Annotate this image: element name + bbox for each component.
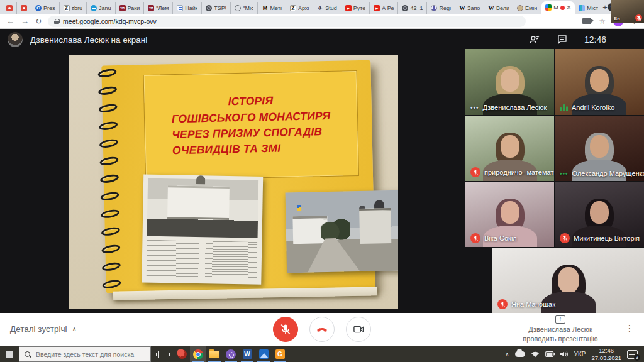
notebook-spiral — [97, 69, 123, 288]
language-indicator[interactable]: УКР — [574, 351, 586, 358]
browser-tab-21[interactable]: Міст — [575, 2, 602, 14]
address-bar[interactable]: meet.google.com/kdq-mvcp-ovv — [48, 16, 526, 27]
windows-logo-icon — [6, 351, 13, 358]
photos-icon — [259, 349, 269, 359]
participant-face — [590, 201, 609, 224]
battery-icon[interactable] — [545, 351, 555, 357]
browser-tab-bar: PreszbruJanuРаки"ЛемНайкTSPU"МісМетіАрхі… — [0, 0, 644, 14]
taskbar-app-photos[interactable] — [255, 346, 272, 362]
file-explorer-icon — [209, 351, 219, 358]
browser-tab-10[interactable]: Меті — [258, 2, 286, 14]
pin-favicon-icon — [6, 5, 13, 11]
browser-tab-17[interactable]: Запо — [455, 2, 484, 14]
participant-name-bar: Віка Сокіл — [470, 233, 517, 243]
tab-close-icon[interactable]: ✕ — [567, 4, 572, 11]
c-favicon-icon — [35, 5, 42, 11]
taskbar-app-viber[interactable] — [223, 346, 239, 362]
person-favicon-icon — [431, 5, 437, 11]
presenter-banner: Дзвенислава Лесюк на екрані — [30, 35, 147, 45]
bookmark-star-icon[interactable]: ☆ — [599, 17, 606, 26]
taskbar-app-ccleaner[interactable] — [174, 346, 190, 362]
participant-tile-4[interactable]: Віка Сокіл — [465, 182, 554, 247]
task-view-icon[interactable] — [158, 351, 167, 358]
tab-label: Вели — [496, 5, 509, 11]
new-tab-button[interactable]: + — [602, 2, 608, 14]
mic-toggle-button[interactable] — [273, 317, 298, 342]
monastery-photo — [286, 190, 398, 273]
browser-tab-20[interactable]: М✕ — [541, 1, 575, 14]
meeting-details-button[interactable]: Деталі зустрічі ∧ — [10, 324, 77, 334]
taskbar-app-chrome[interactable] — [190, 346, 206, 362]
participant-tile-0[interactable]: •••Дзвенислава Лесюк — [465, 49, 554, 115]
mic-muted-icon — [560, 233, 570, 243]
participant-tile-1[interactable]: Andrii Korolko — [555, 49, 644, 115]
browser-tab-2[interactable]: Pres — [31, 2, 60, 14]
browser-tab-8[interactable]: TSPU — [202, 2, 231, 14]
action-center-icon[interactable]: 3 — [627, 350, 638, 359]
taskbar-search[interactable] — [19, 346, 151, 362]
participant-tile-3[interactable]: •••Олександр Марущенко — [555, 116, 644, 181]
browser-tab-19[interactable]: Емін — [513, 2, 541, 14]
tray-expand-icon[interactable]: ∧ — [505, 351, 509, 358]
meeting-clock: 12:46 — [584, 35, 606, 45]
shared-screen-stage: ІСТОРІЯГОШІВСЬКОГО МОНАСТИРЯЧЕРЕЗ ПРИЗМУ… — [69, 55, 398, 309]
browser-tab-16[interactable]: Regi — [427, 2, 455, 14]
start-button[interactable] — [0, 346, 19, 362]
tab-label: "Лем — [156, 5, 169, 11]
browser-tab-6[interactable]: "Лем — [144, 2, 173, 14]
z-favicon-icon — [290, 5, 296, 11]
presenting-status[interactable]: Дзвенислава Лесюк проводить презентацію — [507, 315, 614, 344]
forward-icon[interactable]: → — [21, 16, 29, 26]
slide-title-card: ІСТОРІЯГОШІВСЬКОГО МОНАСТИРЯЧЕРЕЗ ПРИЗМУ… — [143, 70, 359, 180]
notification-badge: 3 — [634, 354, 640, 361]
tab-label: М — [553, 4, 558, 11]
volume-icon[interactable] — [560, 351, 569, 358]
chart-favicon-icon — [579, 5, 585, 11]
end-call-button[interactable] — [309, 317, 335, 342]
url-text: meet.google.com/kdq-mvcp-ovv — [63, 18, 157, 25]
browser-tab-7[interactable]: Найк — [173, 2, 202, 14]
g-app-icon: G — [275, 349, 285, 359]
browser-tab-18[interactable]: Вели — [484, 2, 513, 14]
participant-name-bar: Andrii Korolko — [560, 104, 614, 111]
participant-tile-6[interactable]: Яна Мачошак — [492, 248, 644, 313]
browser-tab-13[interactable]: Руте — [341, 2, 370, 14]
participant-tile-5[interactable]: Микитинець Вікторія — [555, 182, 644, 247]
mic-muted-icon — [470, 167, 480, 177]
browser-tab-1[interactable] — [17, 2, 31, 14]
camera-toggle-button[interactable] — [346, 317, 371, 342]
ukraine-flag — [297, 205, 301, 211]
participant-name-bar: Микитинець Вікторія — [560, 233, 640, 243]
newspaper-clipping-photo — [142, 175, 263, 285]
chat-icon[interactable] — [557, 34, 568, 45]
browser-tab-0[interactable] — [3, 2, 17, 14]
search-input[interactable] — [36, 351, 143, 358]
browser-tab-12[interactable]: Stud — [313, 2, 341, 14]
participant-tile-2[interactable]: природничо- математичн... — [465, 116, 554, 181]
taskbar-app-word[interactable]: W — [239, 346, 255, 362]
up-favicon-icon — [148, 5, 154, 11]
more-options-icon[interactable]: ⋮ — [625, 323, 634, 333]
participant-name: Дзвенислава Лесюк — [483, 104, 547, 111]
taskbar-clock[interactable]: 12:46 27.03.2021 — [591, 347, 621, 361]
camera-in-use-icon[interactable] — [582, 18, 591, 24]
participants-icon[interactable] — [529, 34, 540, 45]
browser-tab-14[interactable]: А Ре — [370, 2, 398, 14]
reload-icon[interactable]: ↻ — [35, 17, 42, 26]
tab-label: Архі — [298, 5, 309, 11]
browser-tab-9[interactable]: "Міс — [231, 2, 258, 14]
wifi-icon[interactable] — [531, 351, 540, 358]
browser-tab-4[interactable]: Janu — [87, 2, 116, 14]
back-icon[interactable]: ← — [6, 16, 14, 26]
onedrive-cloud-icon[interactable] — [515, 351, 525, 357]
self-view-tile[interactable]: Ви — [611, 0, 644, 23]
browser-tab-15[interactable]: 42_1 — [398, 2, 427, 14]
browser-tab-5[interactable]: Раки — [116, 2, 145, 14]
taskbar-app-explorer[interactable] — [206, 346, 223, 362]
browser-tab-11[interactable]: Архі — [286, 2, 313, 14]
browser-tab-3[interactable]: zbru — [60, 2, 87, 14]
taskbar-app-g[interactable]: G — [272, 346, 288, 362]
screen: PreszbruJanuРаки"ЛемНайкTSPU"МісМетіАрхі… — [0, 0, 644, 362]
self-view-label: Ви — [614, 16, 620, 21]
tab-label: Pres — [43, 5, 55, 11]
